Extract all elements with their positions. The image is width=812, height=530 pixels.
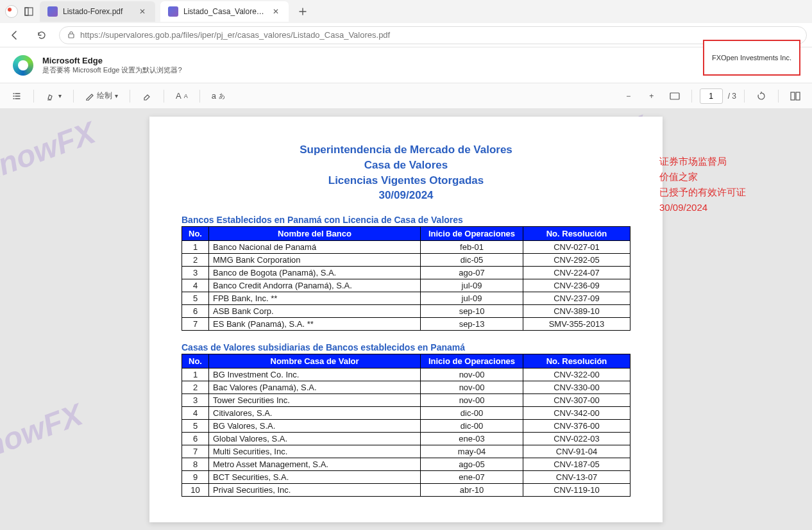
new-tab-button[interactable] — [294, 3, 312, 21]
table-cell: feb-01 — [421, 241, 523, 254]
watermark: KnowFX — [0, 115, 100, 190]
table-row: 7ES Bank (Panamá), S.A. **sep-13SMV-355-… — [182, 318, 630, 331]
erase-button[interactable] — [138, 87, 156, 105]
table-row: 9BCT Securities, S.A.ene-07CNV-13-07 — [182, 471, 630, 484]
table-cell: CNV-330-00 — [523, 381, 630, 394]
table-cell: nov-00 — [421, 369, 523, 381]
table-cell: CNV-022-03 — [523, 433, 630, 445]
separator — [199, 90, 200, 103]
table-cell: CNV-307-00 — [523, 394, 630, 407]
draw-button[interactable]: 绘制 ▾ — [81, 87, 122, 105]
separator — [33, 90, 34, 103]
table-cell: Banco Nacional de Panamá — [209, 241, 421, 254]
table-cell: abr-10 — [421, 484, 523, 497]
svg-rect-4 — [791, 92, 795, 100]
table-header: No. Resolución — [523, 354, 630, 369]
text-size-button[interactable]: AA — [172, 87, 192, 105]
table-cell: CNV-376-00 — [523, 420, 630, 433]
table-row: 4Banco Credit Andorra (Panamá), S.A.jul-… — [182, 279, 630, 292]
table-cell: dic-00 — [421, 420, 523, 433]
page-total: / 3 — [728, 92, 736, 101]
table-cell: ene-03 — [421, 433, 523, 445]
separator — [73, 90, 74, 103]
svg-rect-1 — [25, 8, 28, 15]
rotate-button[interactable] — [752, 87, 770, 105]
table-cell: 8 — [182, 458, 209, 471]
highlight-annotation: FXOpen Investments Inc. — [703, 40, 800, 76]
table-cell: ASB Bank Corp. — [209, 305, 421, 318]
contents-button[interactable] — [8, 87, 26, 105]
banner-subtitle: 是否要将 Microsoft Edge 设置为默认浏览器? — [42, 65, 182, 75]
table-cell: BG Investment Co. Inc. — [209, 369, 421, 381]
table-row: 5BG Valores, S.A.dic-00CNV-376-00 — [182, 420, 630, 433]
table-cell: CNV-187-05 — [523, 458, 630, 471]
table-cell: BG Valores, S.A. — [209, 420, 421, 433]
table-cell: Banco Credit Andorra (Panamá), S.A. — [209, 279, 421, 292]
table-cell: CNV-119-10 — [523, 484, 630, 497]
table-cell: 7 — [182, 445, 209, 458]
highlight-button[interactable]: ▾ — [42, 87, 65, 105]
table-cell: ene-07 — [421, 471, 523, 484]
tab-title: Listado_Casa_Valores.pdf — [183, 7, 266, 16]
table-header: Inicio de Operaciones — [421, 227, 523, 241]
pdf-page: Superintendencia de Mercado de Valores C… — [149, 117, 663, 522]
tab-1[interactable]: Listado_Casa_Valores.pdf ✕ — [160, 1, 289, 22]
back-button[interactable] — [5, 26, 24, 45]
tab-favicon-icon — [168, 6, 178, 17]
table-cell: CNV-91-04 — [523, 445, 630, 458]
profile-icon[interactable] — [5, 5, 18, 18]
tab-actions-icon[interactable] — [23, 6, 35, 17]
table-row: 8Metro Asset Management, S.A.ago-05CNV-1… — [182, 458, 630, 471]
page-view-button[interactable] — [786, 87, 804, 105]
separator — [778, 90, 779, 103]
table-cell: CNV-236-09 — [523, 279, 630, 292]
table-cell: 3 — [182, 394, 209, 407]
table-cell: SMV-355-2013 — [523, 318, 630, 331]
table-cell: nov-00 — [421, 394, 523, 407]
table-cell: CNV-342-00 — [523, 407, 630, 420]
table-cell: 6 — [182, 305, 209, 318]
table-cell: Multi Securities, Inc. — [209, 445, 421, 458]
table-cell: 3 — [182, 267, 209, 279]
table-row: 2Bac Valores (Panamá), S.A.nov-00CNV-330… — [182, 381, 630, 394]
table-cell: ES Bank (Panamá), S.A. ** — [209, 318, 421, 331]
table-cell: dic-00 — [421, 407, 523, 420]
refresh-button[interactable] — [32, 26, 51, 45]
table-bancos: No.Nombre del BancoInicio de Operaciones… — [182, 226, 630, 331]
lock-icon — [67, 29, 75, 41]
address-bar[interactable]: https://supervalores.gob.pa/files/iper/p… — [59, 26, 807, 44]
read-aloud-button[interactable]: aあ — [208, 87, 229, 105]
close-icon[interactable]: ✕ — [271, 6, 281, 17]
zoom-out-button[interactable]: − — [620, 87, 638, 105]
table-cell: Metro Asset Management, S.A. — [209, 458, 421, 471]
translation-annotation: 证券市场监督局 价值之家 已授予的有效许可证 30/09/2024 — [659, 154, 746, 215]
table-cell: nov-00 — [421, 381, 523, 394]
table-cell: jul-09 — [421, 292, 523, 305]
separator — [164, 90, 164, 103]
svg-rect-0 — [25, 8, 33, 15]
section-title-2: Casas de Valores subsidiarias de Bancos … — [182, 342, 630, 352]
close-icon[interactable]: ✕ — [137, 6, 148, 17]
table-row: 6ASB Bank Corp.sep-10CNV-389-10 — [182, 305, 630, 318]
separator — [744, 90, 745, 103]
zoom-in-button[interactable]: + — [643, 87, 661, 105]
table-cell: 1 — [182, 369, 209, 381]
fit-button[interactable] — [666, 87, 684, 105]
table-cell: CNV-224-07 — [523, 267, 630, 279]
pdf-viewport[interactable]: KnowFX KnowFX KnowFX KnowFX Superintende… — [0, 109, 812, 530]
table-cell: Tower Securities Inc. — [209, 394, 421, 407]
table-row: 3Tower Securities Inc.nov-00CNV-307-00 — [182, 394, 630, 407]
page-number-input[interactable] — [700, 88, 723, 104]
table-cell: 2 — [182, 254, 209, 267]
table-header: Inicio de Operaciones — [421, 354, 523, 369]
table-cell: CNV-13-07 — [523, 471, 630, 484]
table-cell: ago-07 — [421, 267, 523, 279]
table-cell: 6 — [182, 433, 209, 445]
table-cell: sep-13 — [421, 318, 523, 331]
tab-favicon-icon — [47, 6, 58, 17]
table-casas: No.Nombre Casa de ValorInicio de Operaci… — [182, 354, 630, 497]
table-header: No. — [182, 227, 209, 241]
table-cell: jul-09 — [421, 279, 523, 292]
tab-0[interactable]: Listado-Forex.pdf ✕ — [40, 1, 155, 22]
watermark: KnowFX — [0, 397, 87, 472]
